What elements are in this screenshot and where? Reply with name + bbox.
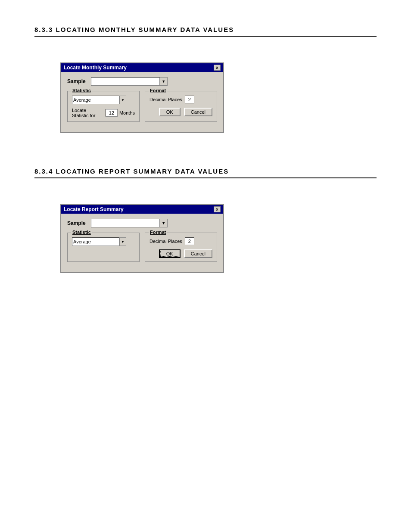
ok-button[interactable]: OK (159, 108, 181, 116)
report-statistic-select-wrapper: ▼ (72, 237, 135, 246)
report-dialog-titlebar: Locate Report Summary × (61, 205, 223, 214)
dialog-titlebar: Locate Monthly Summary × (61, 63, 223, 72)
report-statistic-content: ▼ (72, 237, 135, 246)
report-sample-label: Sample (67, 220, 86, 226)
locate-prefix: Locate Statistic for (72, 108, 104, 118)
section-833-header: 8.3.3 LOCATING MONTHLY SUMMARY DATA VALU… (34, 26, 377, 37)
close-button[interactable]: × (214, 65, 221, 71)
report-decimal-label: Decimal Places (149, 239, 182, 244)
report-decimal-row: Decimal Places (149, 237, 212, 245)
report-statistic-group: Statistic ▼ (67, 233, 140, 262)
dialog-title: Locate Monthly Summary (64, 65, 127, 71)
section-833: 8.3.3 LOCATING MONTHLY SUMMARY DATA VALU… (34, 26, 377, 133)
dialog-columns: Statistic ▼ Locate Statistic for Months (67, 91, 217, 122)
sample-field-wrapper: ▼ (91, 77, 168, 86)
statistic-group: Statistic ▼ Locate Statistic for Months (67, 91, 140, 122)
report-dialog-columns: Statistic ▼ Format De (67, 233, 217, 262)
locate-suffix: Months (119, 110, 135, 115)
format-content: Decimal Places OK Cancel (149, 96, 212, 116)
decimal-label: Decimal Places (149, 97, 182, 102)
report-ok-button[interactable]: OK (159, 249, 181, 258)
decimal-input[interactable] (185, 96, 194, 103)
report-dialog-title: Locate Report Summary (64, 206, 124, 212)
statistic-dropdown-button[interactable]: ▼ (119, 96, 126, 104)
dialog-body: Sample ▼ Statistic ▼ (61, 72, 223, 132)
button-row: OK Cancel (149, 108, 212, 116)
report-format-group-title: Format (149, 230, 167, 235)
sample-dropdown-button[interactable]: ▼ (160, 77, 168, 86)
report-statistic-group-title: Statistic (71, 230, 92, 235)
report-button-row: OK Cancel (149, 249, 212, 258)
report-statistic-dropdown-button[interactable]: ▼ (119, 237, 126, 246)
statistic-content: ▼ Locate Statistic for Months (72, 96, 135, 118)
format-group-title: Format (149, 88, 167, 93)
sample-row: Sample ▼ (67, 77, 217, 86)
statistic-group-title: Statistic (71, 88, 92, 93)
report-dialog-body: Sample ▼ Statistic ▼ (61, 214, 223, 272)
sample-label: Sample (67, 78, 86, 84)
report-sample-input[interactable] (91, 219, 160, 227)
cancel-button[interactable]: Cancel (184, 108, 212, 116)
report-sample-row: Sample ▼ (67, 219, 217, 227)
section-834: 8.3.4 LOCATING REPORT SUMMARY DATA VALUE… (34, 168, 377, 273)
section-834-title: 8.3.4 LOCATING REPORT SUMMARY DATA VALUE… (34, 168, 377, 178)
locate-months-input[interactable] (106, 109, 118, 117)
sample-input[interactable] (91, 77, 160, 86)
statistic-select-wrapper: ▼ (72, 96, 135, 104)
section-834-header: 8.3.4 LOCATING REPORT SUMMARY DATA VALUE… (34, 168, 377, 178)
report-cancel-button[interactable]: Cancel (184, 249, 212, 258)
report-close-button[interactable]: × (214, 206, 221, 212)
locate-report-dialog: Locate Report Summary × Sample ▼ Statis (60, 204, 224, 273)
locate-monthly-dialog: Locate Monthly Summary × Sample ▼ Stati (60, 62, 224, 133)
format-group: Format Decimal Places OK Cancel (145, 91, 217, 122)
report-format-content: Decimal Places OK Cancel (149, 237, 212, 258)
page: 8.3.3 LOCATING MONTHLY SUMMARY DATA VALU… (0, 0, 411, 532)
report-format-group: Format Decimal Places OK Cancel (145, 233, 217, 262)
report-sample-dropdown-button[interactable]: ▼ (160, 219, 168, 227)
decimal-row: Decimal Places (149, 96, 212, 103)
statistic-input[interactable] (72, 96, 119, 104)
locate-row: Locate Statistic for Months (72, 108, 135, 118)
report-statistic-input[interactable] (72, 237, 119, 246)
section-833-title: 8.3.3 LOCATING MONTHLY SUMMARY DATA VALU… (34, 26, 377, 37)
report-decimal-input[interactable] (185, 237, 194, 245)
report-sample-field-wrapper: ▼ (91, 219, 168, 227)
